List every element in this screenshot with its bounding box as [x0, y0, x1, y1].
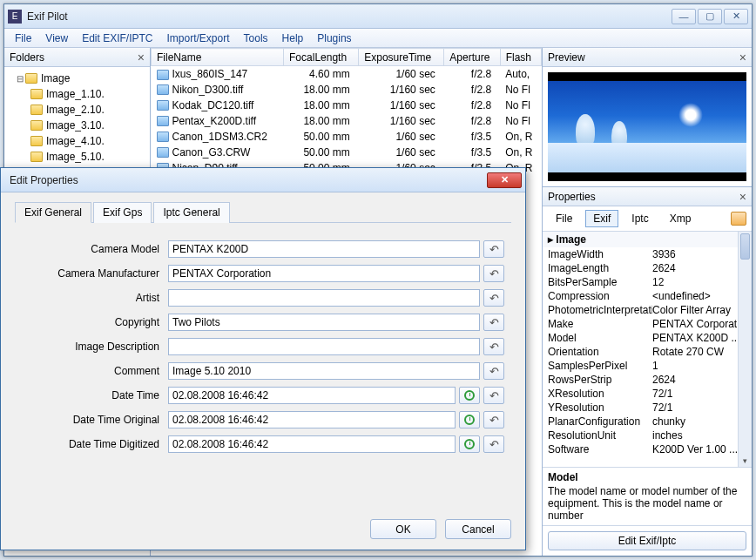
property-row[interactable]: RowsPerStrip2624	[543, 373, 752, 387]
table-row[interactable]: Pentax_K200D.tiff18.00 mm1/160 secf/2.8N…	[152, 113, 542, 129]
undo-button[interactable]: ↶	[483, 240, 504, 258]
property-row[interactable]: SoftwareK200D Ver 1.00 ...	[543, 442, 752, 456]
dialog-titlebar[interactable]: Edit Properties ✕	[1, 168, 525, 192]
tree-root[interactable]: ⊟ Image	[6, 71, 148, 86]
table-row[interactable]: Nikon_D300.tiff18.00 mm1/160 secf/2.8No …	[152, 82, 542, 98]
tab-iptc[interactable]: Iptc	[624, 210, 656, 227]
date-time-digitized-input[interactable]	[168, 435, 456, 453]
dialog-tab-exif-gps[interactable]: Exif Gps	[93, 202, 152, 223]
maximize-button[interactable]: ▢	[698, 9, 722, 24]
property-row[interactable]: ResolutionUnitinches	[543, 428, 752, 442]
dialog-tab-iptc-general[interactable]: Iptc General	[153, 202, 229, 223]
dialog-tab-exif-general[interactable]: Exif General	[15, 202, 91, 223]
collapse-icon[interactable]: ⊟	[15, 74, 25, 84]
menu-file[interactable]: File	[8, 30, 38, 47]
property-row[interactable]: Compression<undefined>	[543, 289, 752, 303]
tree-item-label: Image_3.10.	[46, 119, 105, 132]
property-row[interactable]: PlanarConfigurationchunky	[543, 415, 752, 428]
table-row[interactable]: Canon_G3.CRW50.00 mm1/60 secf/3.5On, R	[152, 145, 542, 160]
tree-item[interactable]: Image_3.10.	[6, 118, 148, 133]
undo-button[interactable]: ↶	[483, 387, 504, 404]
table-row[interactable]: Ixus_860IS_1474.60 mm1/60 secf/2.8Auto,	[152, 66, 542, 82]
property-key: Make	[548, 318, 652, 330]
dialog-close-button[interactable]: ✕	[487, 172, 522, 188]
form-row: Date Time↶	[22, 387, 504, 404]
tree-item[interactable]: Image_5.10.	[6, 149, 148, 165]
table-row[interactable]: Canon_1DSM3.CR250.00 mm1/60 secf/3.5On, …	[152, 129, 542, 145]
tree-item[interactable]: Image_1.10.	[6, 86, 148, 102]
edit-exif-iptc-button[interactable]: Edit Exif/Iptc	[548, 531, 746, 550]
tree-item[interactable]: Image_2.10.	[6, 102, 148, 118]
dialog-title: Edit Properties	[4, 174, 487, 186]
preview-pane: Preview ×	[543, 48, 752, 187]
column-exposuretime[interactable]: ExposureTime	[359, 49, 444, 66]
property-key: RowsPerStrip	[548, 374, 652, 386]
column-filename[interactable]: FileName	[152, 49, 284, 66]
tab-xmp[interactable]: Xmp	[662, 210, 699, 227]
tree-item-label: Image_4.10.	[46, 135, 105, 147]
property-row[interactable]: ModelPENTAX K200D ...	[543, 331, 752, 345]
column-aperture[interactable]: Aperture	[444, 49, 500, 66]
property-row[interactable]: YResolution72/1	[543, 401, 752, 415]
properties-close-icon[interactable]: ×	[739, 190, 746, 204]
ok-button[interactable]: OK	[370, 519, 436, 539]
folders-close-icon[interactable]: ×	[138, 51, 145, 64]
comment-input[interactable]	[168, 362, 480, 380]
property-row[interactable]: PhotometricInterpretationColor Filter Ar…	[543, 303, 752, 317]
property-row[interactable]: MakePENTAX Corporat...	[543, 317, 752, 331]
column-flash[interactable]: Flash	[500, 49, 541, 66]
tree-item-label: Image_5.10.	[46, 151, 105, 163]
property-value: 2624	[652, 262, 746, 274]
property-row[interactable]: SamplesPerPixel1	[543, 359, 752, 373]
property-row[interactable]: BitsPerSample12	[543, 275, 752, 289]
minimize-button[interactable]: —	[672, 9, 696, 24]
camera-model-input[interactable]	[168, 240, 480, 258]
undo-button[interactable]: ↶	[483, 411, 504, 428]
artist-input[interactable]	[168, 289, 480, 307]
close-button[interactable]: ✕	[724, 9, 748, 24]
date-time-input[interactable]	[168, 387, 456, 404]
cancel-button[interactable]: Cancel	[445, 519, 511, 539]
menu-view[interactable]: View	[38, 30, 75, 47]
undo-button[interactable]: ↶	[483, 435, 504, 453]
copyright-input[interactable]	[168, 314, 480, 331]
table-row[interactable]: Kodak_DC120.tiff18.00 mm1/160 secf/2.8No…	[152, 98, 542, 113]
image-description-input[interactable]	[168, 338, 480, 355]
scroll-down-icon[interactable]: ▾	[739, 455, 752, 467]
clock-button[interactable]	[459, 435, 480, 453]
column-focallength[interactable]: FocalLength	[284, 49, 359, 66]
undo-button[interactable]: ↶	[483, 289, 504, 307]
tab-exif[interactable]: Exif	[585, 210, 618, 227]
menu-help[interactable]: Help	[275, 30, 311, 47]
properties-scrollbar[interactable]: ▴ ▾	[738, 232, 752, 467]
edit-icon[interactable]	[731, 212, 746, 226]
tab-file[interactable]: File	[548, 210, 580, 227]
undo-button[interactable]: ↶	[483, 362, 504, 380]
property-row[interactable]: ImageLength2624	[543, 261, 752, 275]
undo-button[interactable]: ↶	[483, 314, 504, 331]
property-value: <undefined>	[652, 290, 746, 302]
camera-manufacturer-input[interactable]	[168, 265, 480, 282]
preview-close-icon[interactable]: ×	[739, 51, 746, 64]
file-icon	[157, 70, 169, 80]
property-row[interactable]: XResolution72/1	[543, 387, 752, 401]
undo-button[interactable]: ↶	[483, 265, 504, 282]
property-value: 3936	[652, 248, 746, 260]
date-time-original-input[interactable]	[168, 411, 456, 428]
menu-edit-exif-iptc[interactable]: Edit EXIF/IPTC	[75, 30, 159, 47]
titlebar[interactable]: E Exif Pilot — ▢ ✕	[4, 4, 752, 29]
file-icon	[157, 132, 169, 142]
menu-tools[interactable]: Tools	[237, 30, 275, 47]
property-group: ▸ Image	[543, 232, 752, 247]
property-key: XResolution	[548, 388, 652, 400]
property-row[interactable]: ImageWidth3936	[543, 247, 752, 261]
clock-button[interactable]	[459, 411, 480, 428]
undo-button[interactable]: ↶	[483, 338, 504, 355]
tree-item[interactable]: Image_4.10.	[6, 133, 148, 149]
scroll-thumb[interactable]	[740, 233, 750, 260]
menu-import-export[interactable]: Import/Export	[160, 30, 237, 47]
clock-button[interactable]	[459, 387, 480, 404]
property-row[interactable]: OrientationRotate 270 CW	[543, 345, 752, 359]
app-icon: E	[8, 10, 22, 24]
menu-plugins[interactable]: Plugins	[310, 30, 358, 47]
